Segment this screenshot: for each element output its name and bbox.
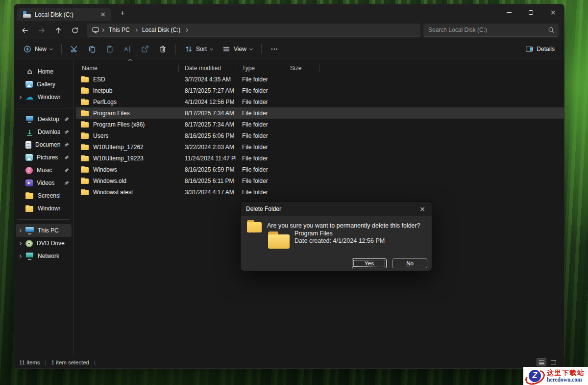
sidebar-item-label: This PC [38,227,59,234]
breadcrumb-item[interactable]: This PC [106,26,137,34]
tab-title: Local Disk (C:) [35,11,95,18]
file-type: File folder [236,189,284,196]
pin-icon [64,180,70,186]
refresh-icon [71,26,79,34]
chevron-down-icon [249,47,253,50]
file-type: File folder [236,87,284,94]
column-header[interactable]: Date modified [179,64,236,73]
sidebar-item[interactable]: Network [16,250,72,262]
back-arrow-icon [21,26,29,34]
tab-close-icon[interactable]: × [98,10,107,19]
sort-button[interactable]: Sort [180,42,217,56]
sidebar-item[interactable]: Videos [16,177,72,189]
close-button[interactable]: × [542,4,564,20]
file-row[interactable]: Windows.old 8/16/2025 6:11 PM File folde… [76,175,564,186]
file-row[interactable]: ESD 3/7/2024 4:35 AM File folder [76,74,564,85]
breadcrumb-label[interactable]: Local Disk (C:) [139,26,184,34]
file-row[interactable]: WindowsLatest 3/31/2024 4:17 AM File fol… [76,186,564,198]
sidebar-item[interactable]: WindowsLatest - Pe [16,91,72,103]
sidebar-system-section: This PC DVD Drive (D:) CCC Network [16,224,72,262]
navigation-pane: Home Gallery WindowsLatest - Pe [14,59,74,369]
chevron-right-icon[interactable] [18,229,21,232]
file-name: PerfLogs [93,99,117,105]
ellipsis-icon [270,45,278,53]
breadcrumb[interactable]: This PC Local Disk (C:) [87,24,420,37]
breadcrumb-chevron-icon[interactable] [185,28,188,31]
no-button[interactable]: No [392,258,427,268]
details-view-button[interactable] [537,358,546,366]
breadcrumb-item[interactable]: Local Disk (C:) [139,26,188,34]
new-tab-button[interactable]: + [117,8,128,19]
folder-icon [81,121,89,128]
sidebar-item[interactable]: WindowsLatest [16,202,72,215]
copy-button[interactable] [84,42,100,56]
large-icons-view-button[interactable] [548,358,558,366]
dialog-title: Delete Folder [246,205,281,212]
trash-icon [159,45,167,53]
item-count: 11 items [19,359,40,365]
sidebar-item[interactable]: Screenshots [16,189,72,202]
column-header[interactable]: Size [284,64,319,73]
yes-button[interactable]: Yes [352,258,387,268]
sidebar-item[interactable]: Music [16,164,72,177]
search-box[interactable] [423,24,559,37]
chevron-right-icon[interactable] [18,95,21,99]
rename-button[interactable] [119,42,136,56]
view-button[interactable]: View [218,42,257,56]
more-options-button[interactable] [266,42,283,56]
column-header[interactable]: Name [76,64,179,73]
file-type: File folder [236,155,284,162]
watermark: Z 这里下载站 heredown.com [523,367,588,385]
file-row[interactable]: PerfLogs 4/1/2024 12:56 PM File folder [76,96,564,107]
file-date-modified: 8/17/2025 7:27 AM [179,87,236,94]
delete-button[interactable] [154,42,171,56]
file-row[interactable]: Program Files (x86) 8/17/2025 7:34 AM Fi… [76,119,564,130]
chevron-right-icon[interactable] [18,254,21,257]
file-row[interactable]: W10Ultemp_17262 3/22/2024 2:03 AM File f… [76,141,564,153]
cut-button[interactable] [66,42,83,56]
sidebar-item[interactable]: Gallery [16,78,72,91]
minimize-icon [507,12,512,13]
maximize-button[interactable] [520,4,542,20]
details-pane-button[interactable]: Details [521,42,559,56]
back-button[interactable] [17,24,33,37]
search-icon[interactable] [548,26,555,33]
sidebar-item[interactable]: Home [16,65,72,78]
status-bar: 11 items | 1 item selected | [14,356,564,368]
sidebar-item[interactable]: Documents [16,138,72,151]
file-row[interactable]: W10Ultemp_19223 11/24/2024 11:47 PM File… [76,153,564,164]
paste-button[interactable] [101,42,118,56]
refresh-button[interactable] [67,24,83,37]
file-name: Users [93,132,108,139]
dialog-close-icon[interactable]: × [415,205,430,213]
file-row[interactable]: Windows 8/16/2025 6:59 PM File folder [76,164,564,175]
sidebar-item[interactable]: Desktop [16,113,72,126]
sidebar-item[interactable]: Downloads [16,126,72,138]
titlebar[interactable]: Local Disk (C:) × + × [14,4,564,21]
chevron-right-icon[interactable] [18,241,21,245]
share-button[interactable] [137,42,153,56]
status-divider: | [94,359,96,365]
file-row[interactable]: Users 8/16/2025 6:06 PM File folder [76,130,564,141]
column-header[interactable]: Type [236,64,284,73]
chevron-down-icon [49,47,53,50]
dialog-titlebar[interactable]: Delete Folder × [241,202,432,216]
caption-buttons: × [498,4,564,20]
toolbar-divider [61,44,62,54]
forward-button[interactable] [34,24,49,37]
file-rows: ESD 3/7/2024 4:35 AM File folder inetpub… [76,74,564,198]
minimize-button[interactable] [498,4,520,20]
file-row[interactable]: Program Files 8/17/2025 7:34 AM File fol… [76,107,564,119]
search-input[interactable] [428,26,548,33]
breadcrumb-label[interactable]: This PC [106,26,133,34]
sidebar-item[interactable]: Pictures [16,151,72,164]
file-row[interactable]: inetpub 8/17/2025 7:27 AM File folder [76,85,564,96]
folder-icon [81,132,89,139]
explorer-tab[interactable]: Local Disk (C:) × [17,8,111,21]
folder-icon [81,166,89,173]
breadcrumb-chevron-icon[interactable] [134,28,138,31]
sidebar-item[interactable]: This PC [16,224,72,237]
new-button[interactable]: New [19,42,57,56]
up-button[interactable] [50,24,66,37]
sidebar-item[interactable]: DVD Drive (D:) CCC [16,237,72,250]
